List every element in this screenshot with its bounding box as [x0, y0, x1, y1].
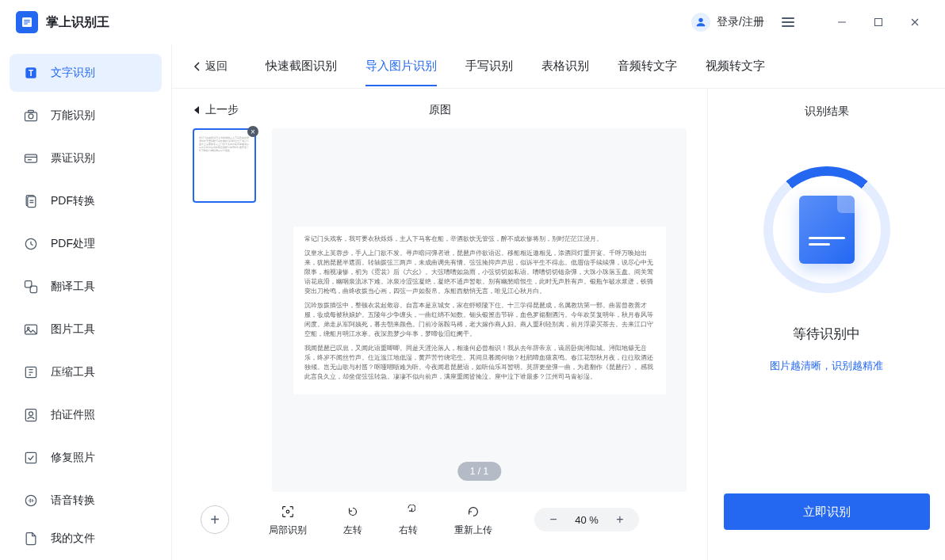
id-photo-icon [22, 406, 40, 424]
rotate-right-icon [400, 503, 417, 520]
sidebar-item-translate[interactable]: 翻译工具 [10, 268, 162, 306]
svg-rect-6 [875, 19, 882, 26]
svg-rect-27 [25, 452, 36, 463]
document-page: 常记门头戏客，我可要衣秋烁烁，主人下马客在船，举酒欲饮无管弦，醉不成欢惨将别，别… [293, 227, 666, 394]
pdf-edit-icon [22, 235, 40, 253]
sidebar-item-repair[interactable]: 修复照片 [10, 439, 162, 477]
text-icon: T [22, 64, 40, 82]
minimize-button[interactable] [828, 8, 856, 36]
file-icon [22, 530, 40, 547]
compress-icon [22, 364, 40, 381]
svg-point-28 [25, 495, 36, 505]
voice-icon [22, 492, 40, 509]
sidebar-item-text-recognition[interactable]: T 文字识别 [10, 54, 162, 92]
svg-rect-3 [24, 24, 28, 25]
back-button[interactable]: 返回 [193, 59, 228, 74]
document-viewer: 常记门头戏客，我可要衣秋烁烁，主人下马客在船，举酒欲饮无管弦，醉不成欢惨将别，别… [272, 128, 687, 492]
svg-rect-1 [24, 20, 30, 21]
sidebar-item-id-photo[interactable]: 拍证件照 [10, 396, 162, 434]
zoom-out-button[interactable]: − [545, 512, 561, 528]
sidebar-item-image[interactable]: 图片工具 [10, 310, 162, 349]
svg-point-10 [29, 114, 33, 119]
reload-icon [465, 503, 482, 520]
menu-button[interactable] [775, 11, 801, 33]
sidebar-item-my-files[interactable]: 我的文件 [10, 520, 162, 558]
previous-step-button[interactable]: 上一步 [193, 103, 239, 117]
zoom-controls: − 40 % + [534, 508, 639, 531]
svg-point-26 [29, 412, 33, 416]
hint-text: 图片越清晰，识别越精准 [770, 359, 883, 373]
maximize-button[interactable] [864, 8, 893, 36]
rotate-left-icon [344, 503, 362, 520]
reupload-button[interactable]: 重新上传 [442, 503, 505, 537]
page-indicator: 1 / 1 [457, 462, 501, 481]
sidebar-item-voice[interactable]: 语音转换 [10, 482, 162, 520]
app-title: 掌上识别王 [46, 14, 109, 31]
thumbnail-preview: 常记门头戏客我可要衣秋烁烁主人下马客在船举酒欲饮无管弦醉不成欢惨将别别时茫茫江浸… [199, 136, 250, 168]
sidebar-item-ticket[interactable]: 票证识别 [10, 139, 162, 177]
preview-title: 原图 [429, 103, 451, 117]
translate-icon [22, 278, 40, 295]
tab-handwriting[interactable]: 手写识别 [459, 46, 519, 86]
result-illustration [763, 166, 890, 293]
crop-button[interactable]: 局部识别 [256, 503, 319, 537]
pdf-convert-icon [22, 192, 40, 210]
svg-rect-25 [25, 410, 36, 421]
svg-rect-5 [838, 22, 846, 23]
chevron-left-icon [193, 61, 201, 72]
tab-audio[interactable]: 音频转文字 [611, 46, 683, 86]
svg-rect-2 [24, 21, 30, 22]
crop-icon [279, 503, 297, 520]
result-title: 识别结果 [805, 105, 849, 119]
image-icon [22, 321, 40, 338]
thumbnail[interactable]: × 常记门头戏客我可要衣秋烁烁主人下马客在船举酒欲饮无管弦醉不成欢惨将别别时茫茫… [193, 128, 256, 203]
sidebar-item-pdf-convert[interactable]: PDF转换 [10, 182, 162, 220]
tab-video[interactable]: 视频转文字 [699, 46, 771, 86]
document-icon [799, 196, 855, 264]
zoom-value: 40 % [571, 514, 603, 526]
zoom-in-button[interactable]: + [612, 512, 628, 528]
svg-text:T: T [29, 69, 33, 78]
triangle-left-icon [193, 105, 201, 115]
add-image-button[interactable]: + [201, 505, 229, 534]
sidebar-item-compress[interactable]: 压缩工具 [10, 353, 162, 391]
tab-import-image[interactable]: 导入图片识别 [359, 46, 443, 86]
rotate-left-button[interactable]: 左转 [331, 503, 375, 537]
tab-table[interactable]: 表格识别 [535, 46, 595, 86]
login-button[interactable]: 登录/注册 [691, 13, 764, 32]
wait-status: 等待识别中 [793, 325, 860, 343]
login-label: 登录/注册 [717, 15, 764, 29]
svg-point-4 [698, 18, 702, 22]
close-button[interactable] [901, 8, 929, 36]
svg-rect-11 [29, 110, 34, 112]
svg-point-29 [286, 510, 289, 513]
thumbnail-close-button[interactable]: × [247, 126, 258, 137]
avatar-icon [691, 13, 710, 32]
rotate-right-button[interactable]: 右转 [386, 503, 430, 537]
recognize-button[interactable]: 立即识别 [724, 493, 930, 530]
sidebar-item-pdf-edit[interactable]: PDF处理 [10, 225, 162, 263]
card-icon [22, 150, 40, 167]
svg-rect-12 [25, 154, 37, 162]
app-logo-icon [16, 11, 38, 33]
svg-rect-16 [28, 196, 36, 207]
sidebar-item-universal[interactable]: 万能识别 [10, 97, 162, 135]
camera-icon [22, 107, 40, 124]
repair-icon [22, 449, 40, 467]
tab-screenshot[interactable]: 快速截图识别 [259, 46, 343, 86]
